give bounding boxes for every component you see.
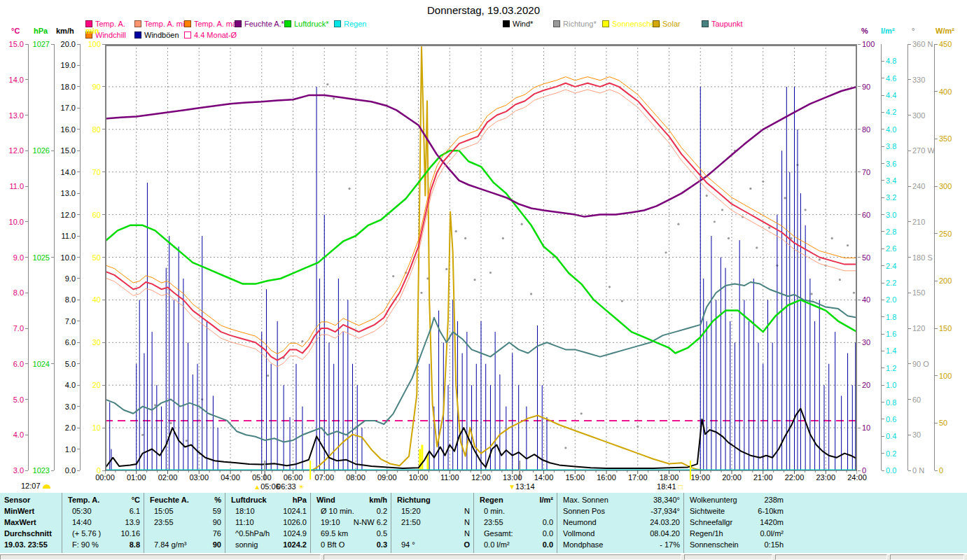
rain-axis-tick — [882, 385, 884, 386]
table-cell-label: Sonnenschein — [690, 539, 739, 550]
table-row: 0 min. — [474, 505, 557, 517]
column-header: Wind — [316, 494, 335, 505]
legend-label: Windböen — [144, 31, 179, 39]
windspeed-axis-tick — [77, 385, 80, 386]
sunset-marker-icon: □ — [679, 483, 683, 491]
sonnenschein-swatch-icon — [602, 20, 609, 27]
direction-axis-tick-label: 150 — [912, 288, 925, 297]
temp-axis-tick-label: 15.0 — [9, 40, 24, 48]
solar-axis-tick — [935, 470, 938, 471]
x-axis-label: 04:00 — [221, 473, 240, 482]
rain-axis-tick — [882, 231, 884, 232]
humidity-axis-tick — [858, 44, 861, 45]
humidity-axis-tick — [858, 470, 861, 471]
table-cell-time: 11:10 — [235, 517, 254, 528]
windspeed-axis-tick — [77, 129, 80, 130]
direction-axis-tick — [908, 328, 911, 329]
table-cell-time: ^0.5hPa/h — [235, 528, 270, 539]
status-bar-panel — [324, 554, 681, 560]
legend-label: Taupunkt — [711, 20, 743, 28]
rain-axis-tick-label: 3.0 — [886, 211, 896, 219]
table-cell-time: 23:55 — [484, 517, 503, 528]
rain-axis-tick-label: 2.8 — [886, 227, 896, 236]
windspeed-axis-tick — [77, 193, 80, 194]
windspeed-axis-tick-label: 14.0 — [61, 168, 76, 176]
sunshine-axis-tick-label: 70 — [92, 168, 101, 176]
chart-plot-area — [105, 44, 857, 483]
table-cell-label: Schneefallgr — [690, 517, 732, 528]
table-cell-value: 0.3 — [377, 539, 387, 550]
temp-axis-tick — [25, 435, 28, 435]
temp-axis-tick — [25, 150, 28, 151]
windspeed-axis-tick — [77, 108, 80, 108]
table-row: Wolkenunterg238m — [684, 494, 810, 505]
temp-axis-tick-label: 9.0 — [13, 253, 24, 262]
moonset-marker-icon: ▼ — [508, 483, 515, 491]
rain-axis-tick-label: 0.4 — [886, 432, 896, 440]
luftdruck--swatch-icon — [284, 20, 291, 27]
regen-swatch-icon — [334, 20, 341, 27]
direction-axis-tick — [908, 79, 911, 80]
table-row: 18:101024.1 — [225, 505, 311, 517]
direction-dot — [805, 209, 807, 211]
windspeed-axis-tick-label: 20.0 — [61, 40, 76, 48]
4-4-monat--swatch-icon — [184, 31, 191, 38]
table-cell-value: 0.0 — [543, 517, 553, 528]
rain-axis-line — [881, 44, 882, 470]
rain-axis-tick — [882, 78, 884, 78]
table-row: 76 — [144, 528, 225, 539]
direction-axis-tick — [908, 115, 911, 115]
humidity-axis-header: % — [861, 27, 868, 35]
column-header: Luftdruck — [231, 494, 267, 505]
direction-dot — [530, 293, 532, 295]
humidity-axis-tick — [858, 172, 861, 172]
sunshine-axis-tick-label: 20 — [92, 381, 101, 389]
rain-axis-tick — [882, 351, 884, 351]
pressure-axis-tick-label: 1023 — [33, 466, 50, 475]
rain-axis-tick-label: 1.0 — [886, 381, 896, 389]
solar-axis-tick-label: 450 — [939, 40, 952, 48]
sun-dome-icon — [43, 484, 50, 489]
pressure-axis-line — [54, 44, 55, 470]
rain-axis-tick-label: 3.6 — [886, 160, 896, 168]
direction-axis-tick-label: 180 S — [912, 253, 933, 262]
direction-axis-tick — [908, 293, 911, 293]
table-header-row: Regenl/m² — [474, 494, 557, 505]
windspeed-axis-tick — [77, 257, 80, 258]
table-row: Ø 10 min.0.2 — [311, 505, 391, 517]
windspeed-axis-line — [80, 44, 81, 470]
rain-axis-tick — [882, 146, 884, 147]
sunrise-marker: 06:33 ☀ — [277, 482, 305, 491]
rain-axis-tick — [882, 368, 884, 368]
table-row: 14:4013.9 — [62, 517, 144, 528]
rain-axis-tick — [882, 112, 884, 113]
column-unit: hPa — [293, 494, 307, 505]
direction-axis-tick — [908, 470, 911, 471]
sunshine-axis-tick-label: 30 — [92, 338, 101, 346]
direction-axis-tick-label: 210 — [912, 218, 925, 226]
windspeed-axis-tick — [77, 214, 80, 215]
direction-axis-tick-label: 270 W — [912, 146, 935, 155]
column-header: Feuchte A. — [150, 494, 189, 505]
temp-axis-header: °C — [11, 27, 20, 35]
column-unit: km/h — [369, 494, 387, 505]
table-cell-value: 1420m — [760, 517, 784, 528]
windspeed-axis-tick-label: 1.0 — [65, 445, 76, 454]
rain-axis-tick — [882, 180, 884, 181]
solar-swatch-icon — [653, 20, 660, 27]
sunshine-axis-tick-label: 60 — [92, 211, 101, 219]
legend-label: Richtung* — [563, 20, 597, 28]
table-cell-value: 8.8 — [130, 539, 140, 550]
humidity-axis-tick-label: 10 — [862, 424, 870, 432]
rain-axis-tick-label: 0.8 — [886, 398, 896, 407]
temp-axis-tick-label: 14.0 — [9, 76, 24, 84]
humidity-axis-tick-label: 80 — [862, 125, 870, 134]
temp-axis-tick-label: 8.0 — [13, 288, 24, 297]
direction-axis-tick — [908, 363, 911, 364]
table-cell-value: N — [464, 517, 470, 528]
richtung--swatch-icon — [553, 20, 560, 27]
temp-axis-tick-label: 12.0 — [9, 146, 24, 155]
windspeed-axis-tick — [77, 172, 80, 172]
table-cell-time: 14:40 — [72, 517, 92, 528]
table-cell-time: sonnig — [235, 539, 258, 550]
